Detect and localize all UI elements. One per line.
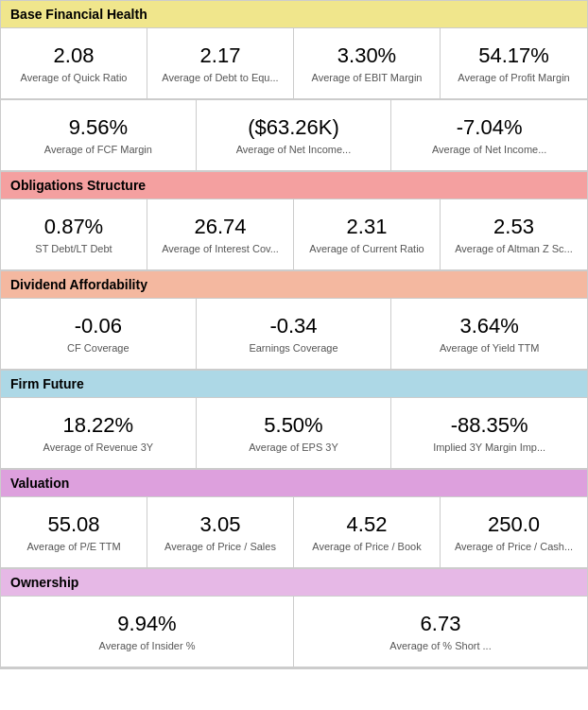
metric-value: 2.31	[347, 215, 388, 239]
metric-value: 0.87%	[44, 215, 103, 239]
metric-value: 2.53	[493, 215, 534, 239]
metric-label: CF Coverage	[67, 342, 129, 354]
metric-label: Average of EBIT Margin	[312, 72, 423, 83]
metric-label: ST Debt/LT Debt	[35, 243, 112, 254]
metric-value: 3.30%	[337, 43, 396, 68]
metric-value: 3.05	[200, 512, 241, 537]
metric-value: 4.52	[347, 512, 388, 537]
dashboard: Base Financial Health2.08Average of Quic…	[0, 0, 588, 669]
metric-label: Average of Quick Ratio	[21, 72, 128, 83]
metric-cell: 2.08Average of Quick Ratio	[1, 28, 147, 99]
metric-label: Average of FCF Margin	[44, 144, 152, 155]
metric-cell: 2.31Average of Current Ratio	[294, 199, 441, 270]
metric-value: 18.22%	[63, 413, 134, 438]
metric-cell: 3.05Average of Price / Sales	[147, 497, 294, 568]
metric-value: -0.06	[75, 314, 122, 338]
metric-cell: 6.73Average of % Short ...	[294, 597, 587, 667]
metric-value: -0.34	[269, 314, 317, 338]
metric-value: 250.0	[488, 512, 540, 537]
metric-cell: 2.53Average of Altman Z Sc...	[441, 199, 587, 270]
metric-cell: 9.94%Average of Insider %	[1, 597, 294, 667]
section-header-base-financial-health: Base Financial Health	[1, 1, 587, 28]
metrics-row-base-financial-health: 2.08Average of Quick Ratio2.17Average of…	[1, 28, 587, 100]
section-header-obligations-structure: Obligations Structure	[1, 172, 587, 199]
metric-label: Average of Net Income...	[432, 144, 546, 155]
section-header-valuation: Valuation	[1, 470, 587, 497]
metric-label: Average of % Short ...	[389, 640, 491, 651]
metric-cell: 5.50%Average of EPS 3Y	[197, 398, 392, 469]
metric-label: Average of Altman Z Sc...	[455, 243, 573, 254]
metric-label: Average of Yield TTM	[440, 342, 539, 354]
metric-value: 9.56%	[69, 115, 128, 140]
metric-cell: 3.30%Average of EBIT Margin	[294, 28, 441, 99]
metric-label: Average of Profit Margin	[458, 72, 569, 83]
metric-label: Average of Net Income...	[236, 144, 351, 155]
metric-cell: 2.17Average of Debt to Equ...	[147, 28, 294, 99]
metric-cell: 55.08Average of P/E TTM	[1, 497, 147, 568]
metric-value: 2.17	[200, 43, 241, 68]
metric-cell: ($63.26K)Average of Net Income...	[197, 100, 392, 171]
metrics-row-base-financial-health: 9.56%Average of FCF Margin($63.26K)Avera…	[1, 100, 587, 172]
metric-label: Average of Price / Book	[312, 541, 421, 552]
metric-label: Average of Insider %	[99, 640, 196, 651]
metric-value: 3.64%	[459, 314, 518, 338]
metric-label: Average of Price / Sales	[164, 541, 276, 552]
metric-cell: -0.06CF Coverage	[1, 299, 197, 370]
metric-value: -7.04%	[457, 115, 523, 140]
metric-cell: -88.35%Implied 3Y Margin Imp...	[391, 398, 587, 469]
metric-label: Implied 3Y Margin Imp...	[433, 442, 545, 453]
metric-label: Average of Current Ratio	[309, 243, 424, 254]
metrics-row-dividend-affordability: -0.06CF Coverage-0.34Earnings Coverage3.…	[1, 299, 587, 371]
metric-value: ($63.26K)	[248, 115, 339, 140]
metric-label: Average of Debt to Equ...	[162, 72, 278, 83]
metrics-row-firm-future: 18.22%Average of Revenue 3Y5.50%Average …	[1, 398, 587, 470]
metric-cell: -7.04%Average of Net Income...	[391, 100, 587, 171]
metric-label: Earnings Coverage	[249, 342, 337, 354]
metrics-row-valuation: 55.08Average of P/E TTM3.05Average of Pr…	[1, 497, 587, 569]
metrics-row-obligations-structure: 0.87%ST Debt/LT Debt26.74Average of Inte…	[1, 199, 587, 271]
metric-cell: 26.74Average of Interest Cov...	[147, 199, 294, 270]
metric-label: Average of Revenue 3Y	[43, 442, 154, 453]
metric-label: Average of P/E TTM	[26, 541, 120, 552]
metric-label: Average of Interest Cov...	[162, 243, 279, 254]
metric-cell: 4.52Average of Price / Book	[294, 497, 441, 568]
metric-value: 26.74	[194, 215, 246, 239]
metric-cell: 18.22%Average of Revenue 3Y	[1, 398, 197, 469]
metrics-row-ownership: 9.94%Average of Insider %6.73Average of …	[1, 597, 587, 668]
metric-value: 9.94%	[117, 612, 176, 636]
metric-value: 2.08	[54, 43, 95, 68]
metric-value: 54.17%	[478, 43, 549, 68]
section-header-firm-future: Firm Future	[1, 371, 587, 398]
section-header-dividend-affordability: Dividend Affordability	[1, 271, 587, 299]
metric-cell: 54.17%Average of Profit Margin	[441, 28, 587, 99]
metric-cell: 250.0Average of Price / Cash...	[441, 497, 587, 568]
metric-cell: 3.64%Average of Yield TTM	[391, 299, 587, 370]
metric-cell: -0.34Earnings Coverage	[197, 299, 392, 370]
metric-value: 5.50%	[264, 413, 322, 438]
metric-value: 55.08	[47, 512, 99, 537]
metric-label: Average of EPS 3Y	[249, 442, 338, 453]
metric-value: -88.35%	[451, 413, 528, 438]
metric-cell: 0.87%ST Debt/LT Debt	[1, 199, 147, 270]
metric-value: 6.73	[421, 612, 461, 636]
section-header-ownership: Ownership	[1, 569, 587, 597]
metric-label: Average of Price / Cash...	[455, 541, 573, 552]
metric-cell: 9.56%Average of FCF Margin	[1, 100, 197, 171]
